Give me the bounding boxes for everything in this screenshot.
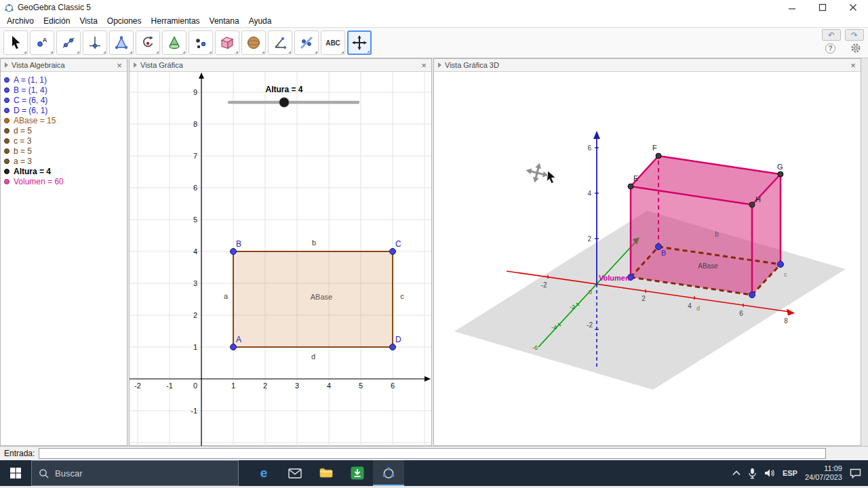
prism-volumen[interactable] — [628, 153, 784, 298]
list-item[interactable]: d = 5 — [1, 125, 127, 136]
tool-sphere[interactable] — [241, 30, 266, 55]
action-center-icon[interactable] — [850, 468, 861, 479]
point-C[interactable] — [390, 249, 396, 255]
tool-point[interactable]: A — [30, 30, 54, 55]
redo-button[interactable]: ↷ — [845, 29, 864, 41]
visibility-dot[interactable] — [4, 138, 9, 144]
point-A[interactable] — [231, 344, 237, 350]
graphics-view-3d[interactable]: -2 2 4 6 8 -2 -4 -6 — [434, 72, 861, 446]
list-item[interactable]: Volumen = 60 — [1, 176, 127, 186]
menu-archivo[interactable]: Archivo — [2, 16, 39, 26]
minimize-icon[interactable] — [776, 0, 807, 15]
tool-move[interactable] — [3, 30, 28, 55]
green-arrow-app-icon[interactable] — [342, 460, 373, 486]
visibility-dot[interactable] — [4, 179, 9, 184]
visibility-dot[interactable] — [4, 128, 9, 134]
point-D[interactable] — [390, 344, 396, 350]
undo-button[interactable]: ↶ — [822, 29, 841, 41]
point-F-3d[interactable] — [656, 153, 661, 159]
mail-app-icon[interactable] — [279, 460, 311, 486]
visibility-dot[interactable] — [4, 108, 9, 113]
point-D-3d[interactable] — [749, 292, 755, 298]
tool-rotate-around-point[interactable] — [136, 30, 160, 55]
gear-icon[interactable] — [850, 43, 861, 54]
menu-edicion[interactable]: Edición — [39, 16, 75, 26]
list-item[interactable]: c = 3 — [1, 136, 127, 146]
panel-expand-icon[interactable] — [438, 62, 441, 68]
menu-vista[interactable]: Vista — [75, 16, 102, 26]
tool-line[interactable] — [56, 30, 81, 55]
visibility-dot[interactable] — [4, 169, 9, 174]
list-item[interactable]: Altura = 4 — [1, 166, 127, 176]
close-panel-icon[interactable]: × — [115, 61, 124, 70]
altura-slider[interactable]: Altura = 4 — [229, 85, 358, 107]
hidden-icons-chevron-icon[interactable] — [732, 470, 741, 476]
algebra-panel-header[interactable]: Vista Algebraica × — [1, 59, 127, 72]
menu-opciones[interactable]: Opciones — [102, 16, 146, 26]
tool-angle[interactable] — [268, 30, 292, 55]
visibility-dot[interactable] — [4, 148, 9, 154]
visibility-dot[interactable] — [4, 87, 9, 93]
menu-ayuda[interactable]: Ayuda — [244, 16, 277, 26]
list-item[interactable]: A = (1, 1) — [1, 75, 127, 85]
point-B[interactable] — [231, 249, 237, 255]
svg-text:d: d — [311, 352, 315, 361]
visibility-dot[interactable] — [4, 98, 9, 103]
entrada-input[interactable] — [39, 448, 826, 459]
point-G-3d[interactable] — [778, 171, 783, 177]
tool-perpendicular-line[interactable] — [83, 30, 107, 55]
visibility-dot[interactable] — [4, 77, 9, 83]
list-item[interactable]: D = (6, 1) — [1, 105, 127, 115]
start-button[interactable] — [0, 460, 31, 486]
close-panel-icon[interactable]: × — [419, 61, 429, 70]
list-item[interactable]: ABase = 15 — [1, 115, 127, 125]
windows-logo-icon — [10, 468, 21, 479]
tool-reflect-about-line[interactable] — [294, 30, 319, 55]
graphics3d-panel-header[interactable]: Vista Gráfica 3D × — [434, 59, 861, 72]
point-C-3d[interactable] — [778, 262, 784, 268]
svg-text:ABase: ABase — [311, 293, 332, 301]
altura-slider-knob[interactable] — [279, 98, 289, 107]
maximize-icon[interactable] — [807, 0, 837, 15]
point-E-3d[interactable] — [628, 184, 633, 189]
svg-text:G: G — [777, 163, 783, 171]
speaker-icon[interactable] — [764, 468, 775, 478]
edge-app-icon[interactable]: e — [248, 460, 279, 486]
taskbar-search[interactable]: Buscar — [31, 460, 239, 486]
file-explorer-app-icon[interactable] — [311, 460, 342, 486]
close-panel-icon[interactable]: × — [848, 61, 858, 70]
language-indicator[interactable]: ESP — [783, 469, 797, 477]
graphics-view-2d[interactable]: -2 -1 0 1 2 3 4 5 6 9 8 7 6 5 4 3 2 1 -1 — [130, 72, 431, 446]
graphics-panel-header[interactable]: Vista Gráfica × — [130, 59, 431, 72]
visibility-dot[interactable] — [4, 159, 9, 164]
menu-ventana[interactable]: Ventana — [205, 16, 244, 26]
list-item[interactable]: b = 5 — [1, 146, 127, 156]
list-item[interactable]: a = 3 — [1, 156, 127, 166]
svg-text:A: A — [43, 37, 47, 43]
list-item[interactable]: B = (1, 4) — [1, 85, 127, 95]
help-icon[interactable]: ? — [825, 43, 835, 54]
panel-expand-icon[interactable] — [5, 62, 8, 68]
tool-text[interactable]: ABC — [321, 30, 345, 55]
microphone-icon[interactable] — [748, 468, 757, 479]
svg-text:b: b — [715, 230, 719, 238]
svg-text:-2: -2 — [587, 321, 593, 329]
clock[interactable]: 11:09 24/07/2023 — [805, 464, 842, 482]
entrada-label: Entrada: — [4, 449, 35, 458]
svg-text:4: 4 — [587, 190, 591, 197]
tool-cone[interactable] — [162, 30, 186, 55]
tool-prism[interactable] — [215, 30, 239, 55]
visibility-dot[interactable] — [4, 118, 9, 123]
tool-polygon[interactable] — [109, 30, 134, 55]
svg-text:4: 4 — [193, 247, 197, 256]
close-icon[interactable] — [837, 0, 868, 15]
panel-expand-icon[interactable] — [134, 62, 137, 68]
window-title: GeoGebra Classic 5 — [18, 3, 91, 12]
list-item[interactable]: C = (6, 4) — [1, 95, 127, 105]
menu-herramientas[interactable]: Herramientas — [146, 16, 205, 26]
tool-move-graphics-view[interactable] — [347, 30, 372, 55]
svg-text:5: 5 — [359, 382, 363, 390]
geogebra-app-icon[interactable] — [373, 460, 404, 486]
tool-point-tools[interactable] — [189, 30, 213, 55]
point-H-3d[interactable] — [749, 202, 755, 207]
